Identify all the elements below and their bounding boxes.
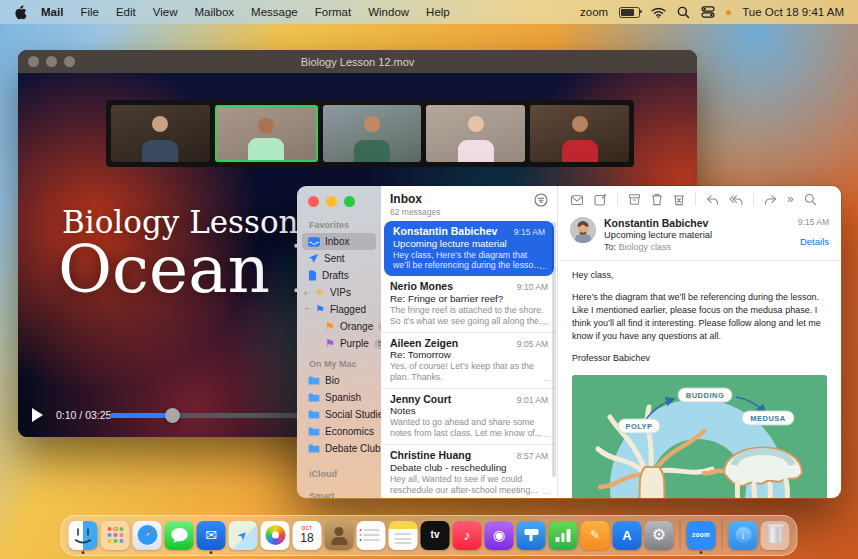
message-row-2[interactable]: Nerio Mones9:10 AM Re: Fringe or barrier…	[381, 276, 557, 331]
spotlight-search-icon[interactable]	[677, 6, 690, 19]
person-silhouette-icon	[330, 526, 348, 544]
control-center-icon[interactable]	[701, 6, 715, 18]
details-link[interactable]: Details	[798, 236, 829, 247]
sidebar-item-flagged[interactable]: › ⚑ Flagged	[302, 301, 376, 318]
dock-downloads-folder[interactable]: ↓	[729, 521, 758, 550]
dock-safari[interactable]	[133, 521, 162, 550]
battery-icon[interactable]	[619, 7, 640, 18]
dock-launchpad[interactable]	[101, 521, 130, 550]
sidebar-item-vips[interactable]: › ★ VIPs	[302, 284, 376, 301]
sidebar-item-debate-club[interactable]: Debate Club	[302, 440, 376, 457]
dock-zoom[interactable]: zoom	[687, 521, 716, 550]
apple-menu-icon[interactable]	[14, 5, 27, 20]
dock-notes[interactable]	[389, 521, 418, 550]
sidebar-item-spanish[interactable]: Spanish	[302, 389, 376, 406]
scrollbar[interactable]	[552, 222, 556, 477]
dock-system-settings[interactable]: ⚙	[645, 521, 674, 550]
icloud-header[interactable]: iCloud	[297, 457, 381, 482]
chevron-right-icon[interactable]: ›	[304, 288, 310, 298]
search-icon[interactable]	[804, 193, 817, 206]
chevron-down-icon[interactable]: ›	[302, 307, 312, 313]
message-row-4[interactable]: Jenny Court9:01 AM Notes Wanted to go ah…	[381, 388, 557, 444]
notes-lines-icon	[395, 533, 412, 544]
participant-video-3	[323, 105, 422, 162]
sidebar-item-economics[interactable]: Economics	[302, 423, 376, 440]
menu-help[interactable]: Help	[426, 6, 450, 18]
dock-music[interactable]: ♪	[453, 521, 482, 550]
filter-icon[interactable]	[534, 193, 548, 211]
truncation-ellipsis: ...	[543, 317, 550, 327]
dock-photos[interactable]	[261, 521, 290, 550]
dock-maps[interactable]: ➤	[229, 521, 258, 550]
video-window-titlebar[interactable]: Biology Lesson 12.mov	[18, 50, 697, 73]
dock-reminders[interactable]	[357, 521, 386, 550]
message-count: 62 messages	[390, 207, 441, 217]
get-mail-icon[interactable]	[570, 194, 584, 206]
dock-apple-tv[interactable]: tv	[421, 521, 450, 550]
dock-numbers[interactable]	[549, 521, 578, 550]
play-button[interactable]	[32, 408, 43, 422]
delete-icon[interactable]	[651, 193, 663, 206]
on-my-mac-header: On My Mac	[297, 352, 381, 372]
sidebar-item-social-studies[interactable]: Social Studies	[302, 406, 376, 423]
document-icon	[308, 270, 317, 281]
dock-messages[interactable]	[165, 521, 194, 550]
menu-mail[interactable]: Mail	[41, 6, 63, 18]
truncation-ellipsis: ...	[543, 429, 550, 439]
dock-calendar[interactable]: OCT 18	[293, 521, 322, 550]
reply-all-icon[interactable]	[729, 194, 743, 206]
reminders-list-icon	[363, 529, 379, 542]
smart-mailboxes-header[interactable]: Smart Mailboxes	[297, 482, 381, 499]
recording-indicator-dot	[726, 10, 731, 15]
sidebar-item-bio[interactable]: Bio	[302, 372, 376, 389]
dock-trash[interactable]	[761, 521, 790, 550]
forward-icon[interactable]	[764, 194, 777, 206]
message-row-1[interactable]: Konstantin Babichev9:15 AM Upcoming lect…	[384, 221, 554, 276]
menu-bar-clock[interactable]: Tue Oct 18 9:41 AM	[742, 6, 844, 18]
dock-keynote[interactable]	[517, 521, 546, 550]
recipient-line: To: Biology class	[604, 242, 712, 252]
dock-podcasts[interactable]: ◉	[485, 521, 514, 550]
menu-edit[interactable]: Edit	[116, 6, 136, 18]
message-subject: Upcoming lecture material	[604, 230, 712, 240]
zoom-window-button[interactable]	[64, 56, 75, 67]
dock-contacts[interactable]	[325, 521, 354, 550]
menu-file[interactable]: File	[80, 6, 99, 18]
sidebar-item-drafts[interactable]: Drafts	[302, 267, 376, 284]
app-menus: Mail File Edit View Mailbox Message Form…	[41, 6, 450, 18]
dock-finder[interactable]	[69, 521, 98, 550]
menu-format[interactable]: Format	[315, 6, 351, 18]
window-controls	[28, 56, 75, 67]
close-button[interactable]	[28, 56, 39, 67]
archive-icon[interactable]	[628, 193, 641, 206]
close-button[interactable]	[308, 196, 319, 207]
wifi-icon[interactable]	[651, 7, 666, 18]
dock-mail[interactable]: ✉	[197, 521, 226, 550]
message-row-3[interactable]: Aileen Zeigen9:05 AM Re: Tomorrow Yes, o…	[381, 332, 557, 388]
menu-mailbox[interactable]: Mailbox	[194, 6, 234, 18]
sidebar-item-flag-purple[interactable]: ⚑ Purple 5	[319, 335, 376, 352]
more-toolbar-items-icon[interactable]: »	[787, 193, 794, 205]
folder-icon	[308, 427, 320, 436]
message-row-5[interactable]: Christine Huang8:57 AM Debate club - res…	[381, 444, 557, 498]
dock-pages[interactable]: ✎	[581, 521, 610, 550]
dock-app-store[interactable]: A	[613, 521, 642, 550]
sidebar-item-inbox[interactable]: Inbox	[302, 233, 376, 250]
minimize-button[interactable]	[46, 56, 57, 67]
reply-icon[interactable]	[706, 194, 719, 206]
sidebar-item-sent[interactable]: Sent	[302, 250, 376, 267]
sidebar-item-flag-orange[interactable]: ⚑ Orange 3	[319, 318, 376, 335]
menu-window[interactable]: Window	[368, 6, 409, 18]
video-window-title: Biology Lesson 12.mov	[301, 56, 415, 68]
junk-icon[interactable]	[673, 193, 685, 206]
minimize-button[interactable]	[326, 196, 337, 207]
tv-icon: tv	[431, 530, 440, 540]
zoom-status-item[interactable]: zoom	[580, 6, 608, 18]
scrubber-knob[interactable]	[165, 408, 180, 423]
compose-icon[interactable]	[594, 193, 607, 206]
zoom-window-button[interactable]	[344, 196, 355, 207]
truncation-ellipsis: ...	[543, 486, 550, 496]
menu-view[interactable]: View	[153, 6, 178, 18]
menu-message[interactable]: Message	[251, 6, 298, 18]
progress-bar[interactable]	[110, 413, 306, 418]
